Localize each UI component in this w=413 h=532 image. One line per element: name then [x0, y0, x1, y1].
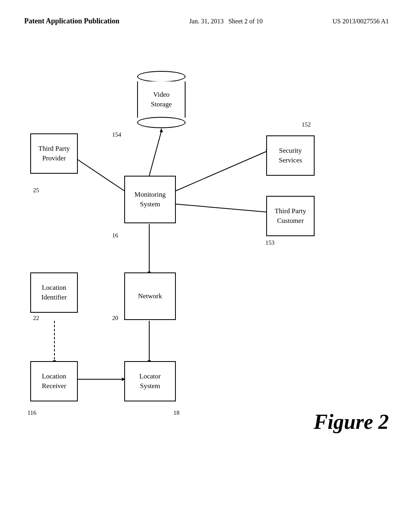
video-storage-label: VideoStorage [151, 90, 172, 109]
label-22: 22 [33, 315, 39, 322]
label-18: 18 [173, 409, 179, 416]
location-receiver-label: LocationReceiver [42, 372, 66, 391]
location-identifier-label: LocationIdentifier [41, 283, 67, 302]
third-party-provider-label: Third PartyProvider [38, 144, 70, 163]
third-party-provider-box: Third PartyProvider [30, 133, 78, 174]
network-label: Network [138, 291, 162, 301]
cylinder-body: VideoStorage [137, 81, 186, 118]
svg-marker-1 [160, 128, 163, 132]
security-services-label: SecurityServices [279, 146, 302, 165]
cylinder-bottom [137, 117, 186, 128]
third-party-customer-label: Third PartyCustomer [275, 206, 306, 226]
svg-line-0 [149, 131, 161, 176]
monitoring-system-box: MonitoringSystem [124, 176, 176, 223]
svg-line-4 [173, 152, 266, 192]
third-party-customer-box: Third PartyCustomer [266, 196, 315, 236]
locator-system-box: LocatorSystem [124, 361, 176, 401]
label-16: 16 [112, 232, 118, 239]
label-154: 154 [112, 131, 121, 138]
patent-diagram: VideoStorage Third PartyProvider Monitor… [0, 39, 413, 514]
label-153: 153 [265, 239, 275, 246]
label-25: 25 [33, 187, 39, 194]
date-sheet: Jan. 31, 2013 Sheet 2 of 10 [189, 16, 263, 27]
network-box: Network [124, 272, 176, 320]
video-storage-node: VideoStorage [137, 71, 186, 128]
security-services-box: SecurityServices [266, 135, 315, 176]
label-116: 116 [27, 409, 36, 416]
patent-number: US 2013/0027556 A1 [332, 16, 389, 27]
svg-line-2 [75, 158, 126, 192]
location-receiver-box: LocationReceiver [30, 361, 78, 401]
label-152: 152 [302, 121, 311, 128]
publication-title: Patent Application Publication [24, 16, 119, 26]
monitoring-system-label: MonitoringSystem [134, 190, 165, 209]
page-header: Patent Application Publication Jan. 31, … [0, 0, 413, 35]
location-identifier-box: LocationIdentifier [30, 272, 78, 313]
svg-line-6 [174, 204, 266, 212]
cylinder-top [137, 71, 186, 82]
label-20: 20 [112, 315, 118, 322]
figure-label: Figure 2 [314, 410, 389, 434]
locator-system-label: LocatorSystem [140, 372, 161, 391]
